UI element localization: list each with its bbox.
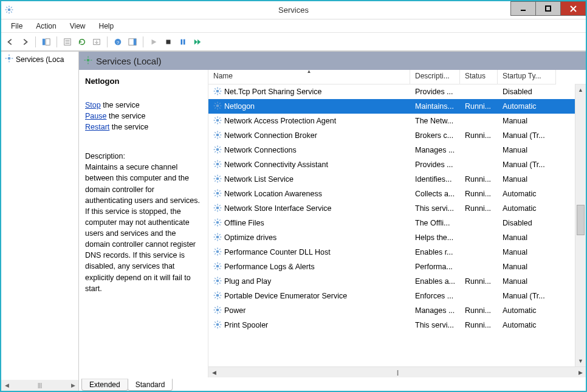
show-hide-action-pane-icon[interactable] <box>126 35 139 49</box>
column-startup-type[interactable]: Startup Ty... <box>498 70 556 84</box>
svg-point-130 <box>216 235 219 238</box>
horizontal-scrollbar[interactable]: ◀ ||| ▶ <box>208 366 586 377</box>
svg-line-135 <box>215 234 216 235</box>
restart-service-link[interactable]: Restart <box>85 123 109 131</box>
vertical-scrollbar[interactable]: ▲ ▼ <box>575 84 586 366</box>
service-row[interactable]: Network List ServiceIdentifies...Runni..… <box>208 172 575 187</box>
svg-line-136 <box>219 238 221 239</box>
service-row[interactable]: Offline FilesThe Offli...Disabled <box>208 216 575 230</box>
service-name-cell: Power <box>208 306 410 316</box>
service-row[interactable]: Network Location AwarenessCollects a...R… <box>208 187 575 201</box>
svg-line-173 <box>215 297 216 298</box>
service-row[interactable]: Optimize drivesHelps the...Manual <box>208 230 575 245</box>
menu-view[interactable]: View <box>64 21 92 32</box>
svg-line-84 <box>219 146 221 148</box>
gear-icon <box>213 174 222 185</box>
left-horizontal-scrollbar[interactable]: ◀ ||| ▶ <box>1 380 78 391</box>
svg-point-85 <box>216 162 219 165</box>
column-description[interactable]: Descripti... <box>410 70 460 84</box>
service-name-text: Portable Device Enumerator Service <box>224 292 347 300</box>
service-row[interactable]: Network Store Interface ServiceThis serv… <box>208 201 575 216</box>
export-list-icon[interactable] <box>90 35 103 49</box>
pause-service-link[interactable]: Pause <box>85 112 106 120</box>
service-row[interactable]: Network Connection BrokerBrokers c...Run… <box>208 128 575 143</box>
svg-point-121 <box>216 221 219 224</box>
service-startup-cell: Manual (Tr... <box>498 131 556 140</box>
service-desc-cell: Provides ... <box>410 88 460 96</box>
service-desc-cell: Manages ... <box>410 146 460 154</box>
column-name[interactable]: Name▲ <box>208 70 410 84</box>
service-row[interactable]: NetlogonMaintains...Runni...Automatic <box>208 99 575 114</box>
scroll-up-icon[interactable]: ▲ <box>578 84 583 95</box>
maximize-button[interactable] <box>535 1 561 16</box>
service-row[interactable]: Print SpoolerThis servi...Runni...Automa… <box>208 318 575 332</box>
service-name-cell: Offline Files <box>208 218 410 229</box>
service-row[interactable]: Portable Device Enumerator ServiceEnforc… <box>208 289 575 303</box>
gear-icon <box>84 56 92 66</box>
show-hide-tree-icon[interactable] <box>39 35 53 49</box>
tree-root-services-local[interactable]: Services (Loca <box>1 52 78 67</box>
scroll-left-icon[interactable]: ◀ <box>208 370 219 376</box>
restart-service-icon[interactable] <box>191 35 204 49</box>
minimize-button[interactable] <box>510 1 536 16</box>
service-row[interactable]: Network ConnectionsManages ...Manual <box>208 143 575 157</box>
column-status[interactable]: Status <box>460 70 498 84</box>
restart-suffix: the service <box>109 123 148 131</box>
svg-rect-23 <box>134 38 136 45</box>
svg-point-184 <box>216 323 219 326</box>
service-name-cell: Network Connections <box>208 145 410 156</box>
pane-header: Services (Local) <box>79 52 586 70</box>
svg-point-0 <box>8 8 11 11</box>
service-startup-cell: Manual <box>498 233 556 242</box>
service-name-text: Optimize drives <box>224 233 276 242</box>
help-icon[interactable]: ? <box>111 35 125 49</box>
gear-icon <box>213 145 222 156</box>
service-row[interactable]: Performance Counter DLL HostEnables r...… <box>208 245 575 260</box>
svg-point-139 <box>216 250 219 253</box>
service-name-text: Offline Files <box>224 219 264 227</box>
menu-help[interactable]: Help <box>93 21 120 32</box>
pause-service-icon[interactable] <box>176 35 190 49</box>
svg-line-174 <box>219 292 221 294</box>
service-status-cell: Runni... <box>460 190 498 198</box>
scroll-right-icon[interactable]: ▶ <box>575 370 586 376</box>
stop-service-link[interactable]: Stop <box>85 101 101 109</box>
service-desc-cell: The Offli... <box>410 219 460 227</box>
forward-arrow-icon[interactable] <box>18 35 32 49</box>
service-desc-cell: Enables r... <box>410 248 460 256</box>
svg-line-82 <box>219 151 221 152</box>
start-service-icon[interactable] <box>147 35 160 49</box>
tab-standard[interactable]: Standard <box>128 379 173 391</box>
service-startup-cell: Manual <box>498 146 556 154</box>
scroll-header-spacer <box>575 70 586 84</box>
svg-line-109 <box>219 194 221 196</box>
service-row[interactable]: Performance Logs & AlertsPerforma...Manu… <box>208 260 575 274</box>
svg-point-157 <box>216 279 219 282</box>
service-startup-cell: Manual <box>498 248 556 256</box>
menu-action[interactable]: Action <box>30 21 62 32</box>
stop-service-icon[interactable] <box>162 35 175 49</box>
gear-icon <box>213 131 222 141</box>
gear-icon <box>213 320 222 331</box>
tab-extended[interactable]: Extended <box>81 379 128 391</box>
properties-icon[interactable] <box>61 35 74 49</box>
service-name-cell: Portable Device Enumerator Service <box>208 291 410 301</box>
selected-service-name: Netlogon <box>85 76 201 88</box>
close-button[interactable] <box>560 1 586 16</box>
svg-rect-14 <box>46 38 50 45</box>
service-row[interactable]: Plug and PlayEnables a...Runni...Manual <box>208 274 575 289</box>
service-row[interactable]: PowerManages ...Runni...Automatic <box>208 303 575 318</box>
svg-rect-10 <box>546 6 551 11</box>
menu-file[interactable]: File <box>5 21 29 32</box>
service-row[interactable]: Network Access Protection AgentThe Netw.… <box>208 114 575 128</box>
scrollbar-thumb[interactable] <box>577 205 585 235</box>
scroll-down-icon[interactable]: ▼ <box>578 356 583 366</box>
back-arrow-icon[interactable] <box>4 35 17 49</box>
svg-marker-24 <box>152 39 157 44</box>
svg-line-118 <box>219 209 221 210</box>
service-row[interactable]: Network Connectivity AssistantProvides .… <box>208 157 575 172</box>
refresh-icon[interactable] <box>75 35 89 49</box>
service-startup-cell: Manual <box>498 117 556 125</box>
svg-line-127 <box>219 224 221 225</box>
service-row[interactable]: Net.Tcp Port Sharing ServiceProvides ...… <box>208 84 575 99</box>
